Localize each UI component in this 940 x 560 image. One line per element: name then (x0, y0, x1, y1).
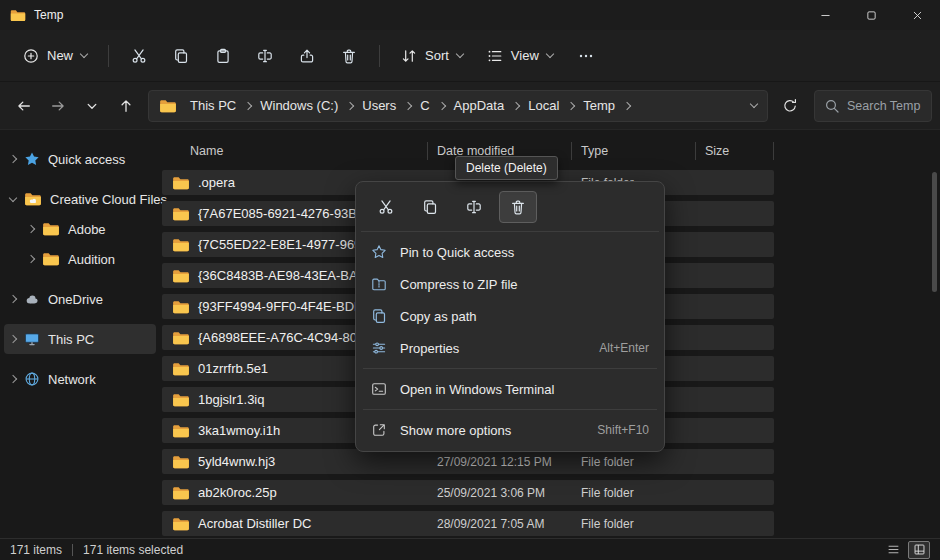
column-header-size[interactable]: Size (696, 142, 774, 160)
search-icon (824, 98, 840, 114)
copy-button[interactable] (161, 38, 201, 74)
search-box[interactable] (814, 90, 932, 122)
file-date: 25/09/2021 3:06 PM (428, 486, 572, 500)
minimize-button[interactable] (802, 0, 848, 30)
sidebar-item-audition[interactable]: Audition (4, 244, 156, 274)
chevron-down-icon (456, 50, 464, 58)
menu-item-show-more-options[interactable]: Show more optionsShift+F10 (361, 414, 659, 446)
close-button[interactable] (894, 0, 940, 30)
back-button[interactable] (8, 90, 40, 122)
sidebar-item-network[interactable]: Network (4, 364, 156, 394)
view-button[interactable]: View (476, 38, 564, 74)
menu-item-copy-as-path[interactable]: Copy as path (361, 300, 659, 332)
copypath-icon (371, 308, 387, 324)
chevron-down-icon[interactable] (9, 193, 17, 201)
chevron-down-icon (84, 98, 100, 114)
folder-icon (10, 9, 26, 22)
sidebar-item-adobe[interactable]: Adobe (4, 214, 156, 244)
sidebar-item-creative-cloud-files[interactable]: Creative Cloud Files (4, 184, 156, 214)
context-delete-button[interactable] (499, 191, 537, 223)
cloud-icon (24, 291, 40, 307)
breadcrumb-item-c[interactable]: C (413, 96, 436, 115)
menu-separator (363, 409, 657, 410)
menu-item-open-in-windows-terminal[interactable]: Open in Windows Terminal (361, 373, 659, 405)
refresh-button[interactable] (774, 90, 806, 122)
chevron-right-icon[interactable] (27, 255, 35, 263)
file-explorer-window: Temp New Sort View (0, 0, 940, 560)
breadcrumb-item-this-pc[interactable]: This PC (183, 96, 243, 115)
menu-item-shortcut: Shift+F10 (597, 423, 649, 437)
file-row-acrobat-distiller-dc[interactable]: Acrobat Distiller DC28/09/2021 7:05 AMFi… (162, 511, 774, 536)
scrollbar-thumb[interactable] (932, 172, 937, 292)
vertical-scrollbar[interactable] (932, 142, 937, 530)
forward-button[interactable] (42, 90, 74, 122)
selection-count: 171 items selected (83, 543, 183, 557)
context-copy-button[interactable] (411, 191, 449, 223)
address-dropdown-icon[interactable] (750, 100, 758, 108)
chevron-right-icon[interactable] (9, 155, 17, 163)
breadcrumb-item-windows-c[interactable]: Windows (C:) (253, 96, 345, 115)
breadcrumb-chevron-icon[interactable] (404, 101, 412, 109)
maximize-button[interactable] (848, 0, 894, 30)
menu-item-compress-to-zip-file[interactable]: Compress to ZIP file (361, 268, 659, 300)
sort-button[interactable]: Sort (390, 38, 474, 74)
share-button[interactable] (287, 38, 327, 74)
sidebar-item-quick-access[interactable]: Quick access (4, 144, 156, 174)
cloudfolder-icon (24, 192, 42, 206)
chevron-right-icon[interactable] (9, 335, 17, 343)
breadcrumb-item-local[interactable]: Local (521, 96, 566, 115)
delete-icon (510, 199, 526, 215)
breadcrumb-chevron-icon[interactable] (244, 101, 252, 109)
file-name: 01zrrfrb.5e1 (198, 361, 268, 376)
file-name: ab2k0roc.25p (198, 485, 277, 500)
recent-locations-button[interactable] (76, 90, 108, 122)
file-name: 5yld4wnw.hj3 (198, 454, 275, 469)
chevron-down-icon (546, 50, 554, 58)
chevron-right-icon[interactable] (27, 225, 35, 233)
menu-item-label: Compress to ZIP file (400, 277, 518, 292)
sidebar-item-this-pc[interactable]: This PC (4, 324, 156, 354)
context-rename-button[interactable] (455, 191, 493, 223)
breadcrumb-chevron-icon[interactable] (512, 101, 520, 109)
menu-item-pin-to-quick-access[interactable]: Pin to Quick access (361, 236, 659, 268)
breadcrumb-chevron-icon[interactable] (437, 101, 445, 109)
cut-button[interactable] (119, 38, 159, 74)
thumbnails-view-button[interactable] (908, 541, 930, 559)
chevron-right-icon[interactable] (9, 295, 17, 303)
folder-icon (172, 207, 190, 221)
breadcrumb-chevron-icon[interactable] (623, 101, 631, 109)
file-row-5yld4wnw-hj3[interactable]: 5yld4wnw.hj327/09/2021 12:15 PMFile fold… (162, 449, 774, 474)
new-button[interactable]: New (12, 38, 98, 74)
file-date: 28/09/2021 7:05 AM (428, 517, 572, 531)
breadcrumb-chevron-icon[interactable] (567, 101, 575, 109)
context-menu: Pin to Quick accessCompress to ZIP fileC… (355, 181, 665, 452)
address-bar[interactable]: This PCWindows (C:)UsersCAppDataLocalTem… (148, 90, 768, 122)
copy-icon (173, 48, 189, 64)
delete-button[interactable] (329, 38, 369, 74)
breadcrumb-item-users[interactable]: Users (355, 96, 403, 115)
search-input[interactable] (847, 99, 922, 113)
breadcrumb-item-appdata[interactable]: AppData (447, 96, 512, 115)
context-cut-button[interactable] (367, 191, 405, 223)
menu-item-properties[interactable]: PropertiesAlt+Enter (361, 332, 659, 364)
toolbar-actions (119, 38, 369, 74)
details-view-button[interactable] (882, 541, 904, 559)
file-date: 27/09/2021 12:15 PM (428, 455, 572, 469)
arrow-up-icon (118, 98, 134, 114)
more-options-button[interactable] (566, 38, 606, 74)
breadcrumb-item-temp[interactable]: Temp (576, 96, 622, 115)
chevron-down-icon (80, 50, 88, 58)
column-header-name[interactable]: Name (162, 142, 428, 160)
breadcrumb-chevron-icon[interactable] (346, 101, 354, 109)
column-header-type[interactable]: Type (572, 142, 696, 160)
file-row-ab2k0roc-25p[interactable]: ab2k0roc.25p25/09/2021 3:06 PMFile folde… (162, 480, 774, 505)
copy-icon (422, 199, 438, 215)
sidebar-item-onedrive[interactable]: OneDrive (4, 284, 156, 314)
paste-icon (215, 48, 231, 64)
rename-button[interactable] (245, 38, 285, 74)
up-button[interactable] (110, 90, 142, 122)
folder-icon (172, 300, 190, 314)
chevron-right-icon[interactable] (9, 375, 17, 383)
paste-button[interactable] (203, 38, 243, 74)
sidebar-item-label: Adobe (68, 222, 106, 237)
